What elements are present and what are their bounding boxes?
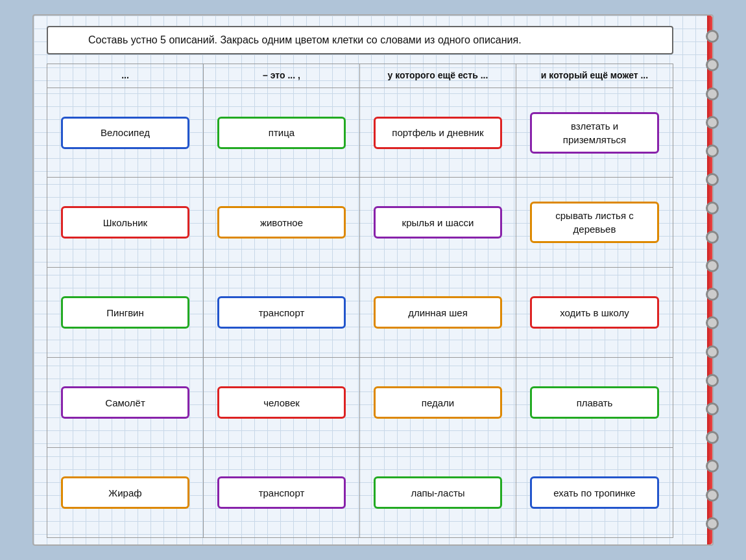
table-row: Пингвинтранспортдлинная шеяходить в школ… bbox=[47, 268, 673, 358]
word-card[interactable]: Школьник bbox=[61, 206, 189, 239]
table-cell[interactable]: птица bbox=[204, 88, 360, 178]
table-cell[interactable]: плавать bbox=[516, 358, 673, 447]
spiral bbox=[706, 460, 719, 472]
table-cell[interactable]: срывать листья с деревьев bbox=[516, 178, 673, 267]
spiral bbox=[706, 431, 719, 444]
table-row: Жирафтранспортлапы-ластыехать по тропинк… bbox=[47, 448, 673, 537]
spiral bbox=[706, 489, 719, 502]
table-row: Школьникживотноекрылья и шассисрывать ли… bbox=[47, 178, 673, 268]
column-header: ... bbox=[47, 64, 204, 88]
word-card[interactable]: взлетать и приземляться bbox=[530, 112, 659, 154]
spiral bbox=[706, 202, 719, 215]
word-card[interactable]: ходить в школу bbox=[530, 296, 659, 329]
table-cell[interactable]: животное bbox=[204, 178, 360, 267]
word-card[interactable]: Пингвин bbox=[61, 296, 189, 329]
spiral bbox=[706, 116, 719, 129]
table-row: Самолётчеловекпедалиплавать bbox=[47, 358, 673, 448]
table-cell[interactable]: крылья и шасси bbox=[360, 178, 516, 267]
word-card[interactable]: человек bbox=[217, 386, 346, 419]
table-cell[interactable]: транспорт bbox=[204, 268, 360, 357]
spiral bbox=[706, 231, 719, 244]
word-card[interactable]: плавать bbox=[530, 386, 659, 419]
table-cell[interactable]: человек bbox=[204, 358, 360, 447]
table-cell[interactable]: Велосипед bbox=[47, 88, 204, 178]
table-cell[interactable]: портфель и дневник bbox=[360, 88, 516, 178]
word-card[interactable]: ехать по тропинке bbox=[530, 476, 659, 509]
task-header: Составь устно 5 описаний. Закрась одним … bbox=[47, 26, 673, 54]
task-text: Составь устно 5 описаний. Закрась одним … bbox=[88, 32, 522, 48]
column-header: – это ... , bbox=[204, 64, 360, 88]
word-card[interactable]: педали bbox=[374, 386, 502, 419]
spiral bbox=[706, 345, 719, 358]
spiral bbox=[706, 402, 719, 415]
spiral bbox=[706, 259, 719, 272]
word-card[interactable]: животное bbox=[217, 206, 346, 239]
word-card[interactable]: транспорт bbox=[217, 476, 346, 509]
spiral bbox=[706, 145, 719, 158]
table-cell[interactable]: лапы-ласты bbox=[360, 448, 516, 537]
table-cell[interactable]: Пингвин bbox=[47, 268, 204, 357]
word-card[interactable]: Жираф bbox=[61, 476, 189, 509]
column-header: и который ещё может ... bbox=[516, 64, 673, 88]
word-card[interactable]: лапы-ласты bbox=[374, 476, 502, 509]
table-cell[interactable]: взлетать и приземляться bbox=[516, 88, 673, 178]
word-card[interactable]: транспорт bbox=[217, 296, 346, 329]
spiral bbox=[706, 173, 719, 186]
table-cell[interactable]: Самолёт bbox=[47, 358, 204, 447]
table-row: Велосипедптицапортфель и дневниквзлетать… bbox=[47, 88, 673, 178]
notebook: Составь устно 5 описаний. Закрась одним … bbox=[32, 14, 714, 546]
spiral bbox=[706, 288, 719, 301]
word-card[interactable]: Велосипед bbox=[61, 117, 189, 149]
table-header-row: ...– это ... ,у которого ещё есть ...и к… bbox=[47, 64, 673, 88]
table-cell[interactable]: ходить в школу bbox=[516, 268, 673, 357]
table-cell[interactable]: Жираф bbox=[47, 448, 204, 537]
spiral bbox=[706, 30, 719, 43]
spiral bbox=[706, 374, 719, 387]
word-card[interactable]: портфель и дневник bbox=[374, 117, 502, 149]
word-card[interactable]: крылья и шасси bbox=[374, 206, 502, 239]
spiral bbox=[706, 88, 719, 100]
word-card[interactable]: птица bbox=[217, 117, 346, 149]
table-cell[interactable]: длинная шея bbox=[360, 268, 516, 357]
spiral bbox=[706, 58, 719, 71]
spiral-binding bbox=[704, 16, 720, 544]
main-table: ...– это ... ,у которого ещё есть ...и к… bbox=[47, 64, 673, 538]
table-body: Велосипедптицапортфель и дневниквзлетать… bbox=[47, 88, 673, 537]
table-cell[interactable]: ехать по тропинке bbox=[516, 448, 673, 537]
spiral bbox=[706, 517, 719, 530]
table-cell[interactable]: Школьник bbox=[47, 178, 204, 267]
column-header: у которого ещё есть ... bbox=[360, 64, 516, 88]
spiral bbox=[706, 316, 719, 329]
word-card[interactable]: срывать листья с деревьев bbox=[530, 202, 659, 243]
word-card[interactable]: длинная шея bbox=[374, 296, 502, 329]
table-cell[interactable]: транспорт bbox=[204, 448, 360, 537]
word-card[interactable]: Самолёт bbox=[61, 386, 189, 419]
table-cell[interactable]: педали bbox=[360, 358, 516, 447]
